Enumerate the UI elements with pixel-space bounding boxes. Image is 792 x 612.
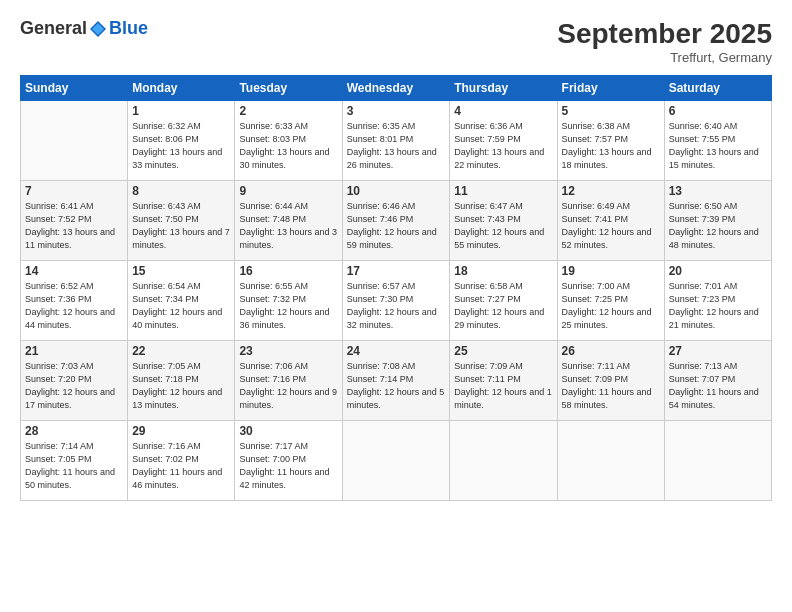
day-number: 18 bbox=[454, 264, 552, 278]
day-number: 14 bbox=[25, 264, 123, 278]
day-number: 16 bbox=[239, 264, 337, 278]
calendar-cell: 11Sunrise: 6:47 AMSunset: 7:43 PMDayligh… bbox=[450, 181, 557, 261]
calendar-cell bbox=[21, 101, 128, 181]
calendar-cell: 17Sunrise: 6:57 AMSunset: 7:30 PMDayligh… bbox=[342, 261, 450, 341]
calendar-cell: 5Sunrise: 6:38 AMSunset: 7:57 PMDaylight… bbox=[557, 101, 664, 181]
day-number: 24 bbox=[347, 344, 446, 358]
calendar-table: SundayMondayTuesdayWednesdayThursdayFrid… bbox=[20, 75, 772, 501]
calendar-cell: 20Sunrise: 7:01 AMSunset: 7:23 PMDayligh… bbox=[664, 261, 771, 341]
calendar-cell: 13Sunrise: 6:50 AMSunset: 7:39 PMDayligh… bbox=[664, 181, 771, 261]
calendar-cell: 3Sunrise: 6:35 AMSunset: 8:01 PMDaylight… bbox=[342, 101, 450, 181]
day-info: Sunrise: 6:50 AMSunset: 7:39 PMDaylight:… bbox=[669, 200, 767, 252]
day-number: 15 bbox=[132, 264, 230, 278]
day-number: 21 bbox=[25, 344, 123, 358]
calendar-cell: 9Sunrise: 6:44 AMSunset: 7:48 PMDaylight… bbox=[235, 181, 342, 261]
calendar-cell: 1Sunrise: 6:32 AMSunset: 8:06 PMDaylight… bbox=[128, 101, 235, 181]
day-number: 8 bbox=[132, 184, 230, 198]
col-header-wednesday: Wednesday bbox=[342, 76, 450, 101]
day-number: 11 bbox=[454, 184, 552, 198]
day-info: Sunrise: 7:17 AMSunset: 7:00 PMDaylight:… bbox=[239, 440, 337, 492]
day-info: Sunrise: 6:54 AMSunset: 7:34 PMDaylight:… bbox=[132, 280, 230, 332]
logo-icon bbox=[89, 20, 107, 38]
day-number: 27 bbox=[669, 344, 767, 358]
day-number: 20 bbox=[669, 264, 767, 278]
calendar-cell: 7Sunrise: 6:41 AMSunset: 7:52 PMDaylight… bbox=[21, 181, 128, 261]
day-info: Sunrise: 6:43 AMSunset: 7:50 PMDaylight:… bbox=[132, 200, 230, 252]
col-header-saturday: Saturday bbox=[664, 76, 771, 101]
calendar-cell bbox=[450, 421, 557, 501]
calendar-cell: 26Sunrise: 7:11 AMSunset: 7:09 PMDayligh… bbox=[557, 341, 664, 421]
day-info: Sunrise: 6:32 AMSunset: 8:06 PMDaylight:… bbox=[132, 120, 230, 172]
day-number: 13 bbox=[669, 184, 767, 198]
calendar-cell: 6Sunrise: 6:40 AMSunset: 7:55 PMDaylight… bbox=[664, 101, 771, 181]
day-info: Sunrise: 7:03 AMSunset: 7:20 PMDaylight:… bbox=[25, 360, 123, 412]
calendar-cell: 8Sunrise: 6:43 AMSunset: 7:50 PMDaylight… bbox=[128, 181, 235, 261]
calendar-week-row: 1Sunrise: 6:32 AMSunset: 8:06 PMDaylight… bbox=[21, 101, 772, 181]
day-info: Sunrise: 6:47 AMSunset: 7:43 PMDaylight:… bbox=[454, 200, 552, 252]
day-number: 9 bbox=[239, 184, 337, 198]
calendar-cell: 19Sunrise: 7:00 AMSunset: 7:25 PMDayligh… bbox=[557, 261, 664, 341]
calendar-cell: 30Sunrise: 7:17 AMSunset: 7:00 PMDayligh… bbox=[235, 421, 342, 501]
day-number: 2 bbox=[239, 104, 337, 118]
day-info: Sunrise: 6:44 AMSunset: 7:48 PMDaylight:… bbox=[239, 200, 337, 252]
day-number: 26 bbox=[562, 344, 660, 358]
calendar-cell: 12Sunrise: 6:49 AMSunset: 7:41 PMDayligh… bbox=[557, 181, 664, 261]
day-info: Sunrise: 7:05 AMSunset: 7:18 PMDaylight:… bbox=[132, 360, 230, 412]
day-info: Sunrise: 7:01 AMSunset: 7:23 PMDaylight:… bbox=[669, 280, 767, 332]
calendar-cell: 21Sunrise: 7:03 AMSunset: 7:20 PMDayligh… bbox=[21, 341, 128, 421]
day-number: 1 bbox=[132, 104, 230, 118]
title-block: September 2025 Treffurt, Germany bbox=[557, 18, 772, 65]
day-info: Sunrise: 6:49 AMSunset: 7:41 PMDaylight:… bbox=[562, 200, 660, 252]
day-info: Sunrise: 7:14 AMSunset: 7:05 PMDaylight:… bbox=[25, 440, 123, 492]
logo: General Blue bbox=[20, 18, 148, 39]
day-info: Sunrise: 7:08 AMSunset: 7:14 PMDaylight:… bbox=[347, 360, 446, 412]
calendar-cell: 4Sunrise: 6:36 AMSunset: 7:59 PMDaylight… bbox=[450, 101, 557, 181]
calendar-cell bbox=[342, 421, 450, 501]
calendar-cell: 24Sunrise: 7:08 AMSunset: 7:14 PMDayligh… bbox=[342, 341, 450, 421]
day-info: Sunrise: 6:52 AMSunset: 7:36 PMDaylight:… bbox=[25, 280, 123, 332]
calendar-cell: 2Sunrise: 6:33 AMSunset: 8:03 PMDaylight… bbox=[235, 101, 342, 181]
calendar-week-row: 7Sunrise: 6:41 AMSunset: 7:52 PMDaylight… bbox=[21, 181, 772, 261]
day-info: Sunrise: 6:38 AMSunset: 7:57 PMDaylight:… bbox=[562, 120, 660, 172]
calendar-cell: 25Sunrise: 7:09 AMSunset: 7:11 PMDayligh… bbox=[450, 341, 557, 421]
day-number: 10 bbox=[347, 184, 446, 198]
day-info: Sunrise: 6:57 AMSunset: 7:30 PMDaylight:… bbox=[347, 280, 446, 332]
logo-blue-text: Blue bbox=[109, 18, 148, 39]
day-number: 12 bbox=[562, 184, 660, 198]
calendar-week-row: 28Sunrise: 7:14 AMSunset: 7:05 PMDayligh… bbox=[21, 421, 772, 501]
calendar-week-row: 14Sunrise: 6:52 AMSunset: 7:36 PMDayligh… bbox=[21, 261, 772, 341]
day-number: 4 bbox=[454, 104, 552, 118]
calendar-cell: 14Sunrise: 6:52 AMSunset: 7:36 PMDayligh… bbox=[21, 261, 128, 341]
day-info: Sunrise: 6:41 AMSunset: 7:52 PMDaylight:… bbox=[25, 200, 123, 252]
day-info: Sunrise: 6:40 AMSunset: 7:55 PMDaylight:… bbox=[669, 120, 767, 172]
calendar-cell: 23Sunrise: 7:06 AMSunset: 7:16 PMDayligh… bbox=[235, 341, 342, 421]
calendar-cell: 27Sunrise: 7:13 AMSunset: 7:07 PMDayligh… bbox=[664, 341, 771, 421]
day-info: Sunrise: 7:13 AMSunset: 7:07 PMDaylight:… bbox=[669, 360, 767, 412]
day-info: Sunrise: 6:55 AMSunset: 7:32 PMDaylight:… bbox=[239, 280, 337, 332]
page: General Blue September 2025 Treffurt, Ge… bbox=[0, 0, 792, 612]
day-number: 7 bbox=[25, 184, 123, 198]
day-info: Sunrise: 7:09 AMSunset: 7:11 PMDaylight:… bbox=[454, 360, 552, 412]
day-info: Sunrise: 7:16 AMSunset: 7:02 PMDaylight:… bbox=[132, 440, 230, 492]
calendar-cell: 28Sunrise: 7:14 AMSunset: 7:05 PMDayligh… bbox=[21, 421, 128, 501]
day-number: 5 bbox=[562, 104, 660, 118]
day-info: Sunrise: 7:11 AMSunset: 7:09 PMDaylight:… bbox=[562, 360, 660, 412]
col-header-monday: Monday bbox=[128, 76, 235, 101]
day-number: 22 bbox=[132, 344, 230, 358]
day-info: Sunrise: 7:00 AMSunset: 7:25 PMDaylight:… bbox=[562, 280, 660, 332]
day-number: 29 bbox=[132, 424, 230, 438]
day-info: Sunrise: 6:58 AMSunset: 7:27 PMDaylight:… bbox=[454, 280, 552, 332]
day-number: 3 bbox=[347, 104, 446, 118]
day-info: Sunrise: 6:35 AMSunset: 8:01 PMDaylight:… bbox=[347, 120, 446, 172]
calendar-cell bbox=[664, 421, 771, 501]
day-number: 25 bbox=[454, 344, 552, 358]
day-info: Sunrise: 6:33 AMSunset: 8:03 PMDaylight:… bbox=[239, 120, 337, 172]
month-title: September 2025 bbox=[557, 18, 772, 50]
logo-general-text: General bbox=[20, 18, 87, 39]
col-header-thursday: Thursday bbox=[450, 76, 557, 101]
calendar-cell bbox=[557, 421, 664, 501]
day-number: 30 bbox=[239, 424, 337, 438]
col-header-sunday: Sunday bbox=[21, 76, 128, 101]
day-number: 28 bbox=[25, 424, 123, 438]
calendar-cell: 10Sunrise: 6:46 AMSunset: 7:46 PMDayligh… bbox=[342, 181, 450, 261]
